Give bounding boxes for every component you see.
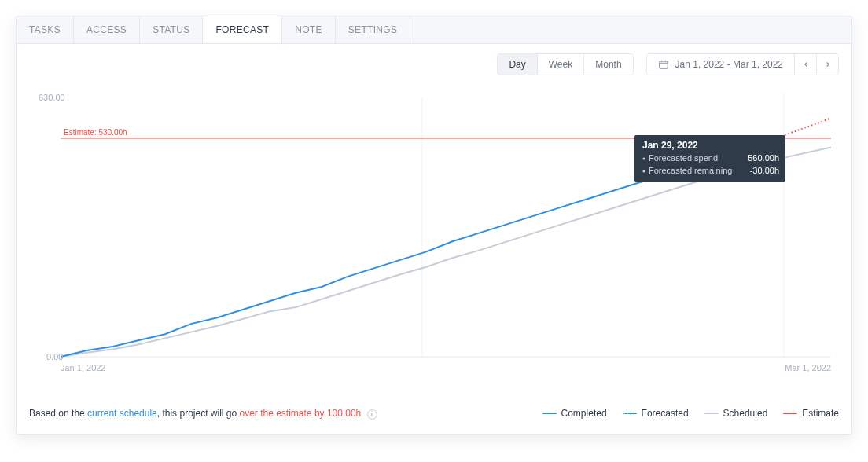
legend-label: Estimate xyxy=(802,408,839,419)
tooltip-row2-label: Forecasted remaining xyxy=(649,166,732,175)
tooltip-row1-value: 560.00h xyxy=(748,153,779,163)
legend-forecasted: Forecasted xyxy=(623,408,689,419)
date-range-button[interactable]: Jan 1, 2022 - Mar 1, 2022 xyxy=(647,54,794,75)
date-range-next[interactable] xyxy=(816,54,838,75)
tab-access[interactable]: ACCESS xyxy=(74,16,140,43)
tabs: TASKS ACCESS STATUS FORECAST NOTE SETTIN… xyxy=(17,16,851,44)
date-range-picker: Jan 1, 2022 - Mar 1, 2022 xyxy=(646,53,839,75)
x-start-label: Jan 1, 2022 xyxy=(61,363,106,372)
swatch-forecasted xyxy=(623,412,637,414)
legend-estimate: Estimate xyxy=(783,408,839,419)
swatch-estimate xyxy=(783,412,797,414)
estimate-label: Estimate: 530.00h xyxy=(64,128,127,137)
granularity-segment: Day Week Month xyxy=(497,53,633,75)
tab-status[interactable]: STATUS xyxy=(140,16,203,43)
tab-forecast[interactable]: FORECAST xyxy=(203,16,282,43)
granularity-day[interactable]: Day xyxy=(498,54,537,75)
summary-mid: , this project will go xyxy=(157,408,240,419)
date-range-label: Jan 1, 2022 - Mar 1, 2022 xyxy=(675,59,783,70)
granularity-month[interactable]: Month xyxy=(584,54,632,75)
summary-prefix: Based on the xyxy=(29,408,87,419)
svg-point-4 xyxy=(643,170,645,173)
legend-label: Scheduled xyxy=(723,408,768,419)
tooltip-date: Jan 29, 2022 xyxy=(642,140,698,151)
info-icon[interactable]: i xyxy=(367,409,377,420)
swatch-scheduled xyxy=(704,412,719,414)
date-range-prev[interactable] xyxy=(794,54,816,75)
tab-tasks[interactable]: TASKS xyxy=(17,16,74,43)
legend-label: Forecasted xyxy=(642,408,689,419)
series-completed xyxy=(61,156,740,357)
seg-label: Month xyxy=(595,59,621,70)
summary-over: over the estimate by 100.00h xyxy=(240,408,362,419)
swatch-completed xyxy=(542,412,557,414)
tooltip-row1-label: Forecasted spend xyxy=(649,153,718,163)
tab-label: NOTE xyxy=(295,24,322,35)
forecast-chart: Estimate: 530.00h 630.00 0.00 Jan 1, 202… xyxy=(29,82,840,396)
seg-label: Day xyxy=(509,59,525,70)
summary-link[interactable]: current schedule xyxy=(87,408,157,419)
granularity-week[interactable]: Week xyxy=(538,54,584,75)
chart-controls: Day Week Month Jan 1, 2022 - Mar 1, 2022 xyxy=(17,44,851,75)
chevron-left-icon xyxy=(802,60,810,68)
tab-label: STATUS xyxy=(153,24,189,35)
forecast-card: TASKS ACCESS STATUS FORECAST NOTE SETTIN… xyxy=(16,16,852,434)
legend-completed: Completed xyxy=(542,408,607,419)
seg-label: Week xyxy=(549,59,572,70)
chart-area: Estimate: 530.00h 630.00 0.00 Jan 1, 202… xyxy=(17,75,851,396)
tab-label: FORECAST xyxy=(215,24,269,35)
legend-scheduled: Scheduled xyxy=(704,408,768,419)
chart-tooltip: Jan 29, 2022 Forecasted spend 560.00h Fo… xyxy=(634,135,785,182)
legend-label: Completed xyxy=(561,408,607,419)
chart-footer: Based on the current schedule, this proj… xyxy=(17,396,851,434)
y-min-label: 0.00 xyxy=(46,352,63,361)
x-end-label: Mar 1, 2022 xyxy=(785,363,831,372)
summary-note: Based on the current schedule, this proj… xyxy=(29,408,377,420)
tab-note[interactable]: NOTE xyxy=(282,16,336,43)
legend: Completed Forecasted Scheduled Estimate xyxy=(542,408,839,419)
tab-label: SETTINGS xyxy=(348,24,397,35)
calendar-icon xyxy=(658,59,669,70)
tab-label: ACCESS xyxy=(86,24,127,35)
y-max-label: 630.00 xyxy=(39,93,65,102)
tab-settings[interactable]: SETTINGS xyxy=(336,16,410,43)
svg-point-3 xyxy=(643,158,645,160)
chevron-right-icon xyxy=(824,60,832,68)
tooltip-row2-value: -30.00h xyxy=(750,166,779,175)
plot: Estimate: 530.00h 630.00 0.00 Jan 1, 202… xyxy=(39,93,831,372)
tab-label: TASKS xyxy=(29,24,61,35)
svg-rect-0 xyxy=(659,61,668,68)
